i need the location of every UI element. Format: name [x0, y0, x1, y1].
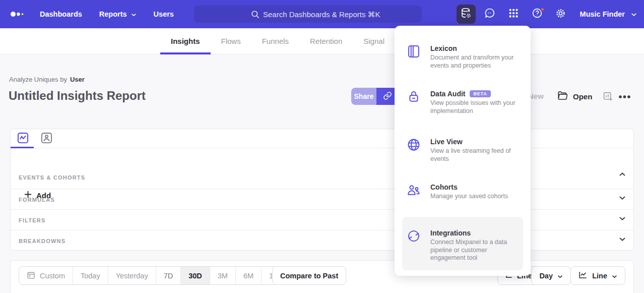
- interval-dropdown-button[interactable]: Day: [531, 266, 571, 285]
- more-options-button[interactable]: [618, 88, 631, 105]
- nav-dashboards[interactable]: Dashboards: [40, 10, 82, 18]
- menu-item-title: Live View: [430, 138, 463, 146]
- chevron-down-icon: [612, 272, 617, 280]
- notification-dot: [540, 7, 545, 12]
- menu-item-integrations[interactable]: Integrations Connect Mixpanel to a data …: [407, 228, 522, 262]
- range-label: Today: [81, 272, 100, 280]
- share-button-group: Share: [351, 88, 399, 105]
- search-input[interactable]: [194, 6, 422, 23]
- global-topbar: Dashboards Reports Users: [0, 0, 644, 28]
- section-events-cohorts: EVENTS & COHORTS: [19, 174, 85, 181]
- range-7d[interactable]: 7D: [156, 267, 181, 284]
- active-tab-underline: [11, 147, 34, 148]
- range-label: Custom: [40, 272, 65, 280]
- chart-toolbar-panel: Custom Today Yesterday 7D 30D 3M 6M 12M …: [10, 260, 634, 293]
- messages-button[interactable]: [480, 5, 499, 24]
- section-formulas[interactable]: FORMULAS: [11, 189, 633, 209]
- range-label: 3M: [218, 272, 228, 280]
- eyebrow-prefix: Analyze Uniques by: [9, 76, 67, 83]
- line-chart-icon: [578, 270, 588, 281]
- tab-funnels[interactable]: Funnels: [251, 28, 299, 54]
- grid-icon: [508, 8, 519, 21]
- menu-item-title: Data Audit: [430, 90, 465, 98]
- page-title[interactable]: Untitled Insights Report: [9, 89, 146, 103]
- range-label: 30D: [188, 272, 202, 280]
- range-6m[interactable]: 6M: [235, 267, 261, 284]
- range-30d-active[interactable]: 30D: [180, 267, 210, 284]
- menu-item-description: Document and transform your events and p…: [430, 54, 519, 70]
- menu-item-cohorts[interactable]: Cohorts Manage your saved cohorts: [407, 183, 522, 201]
- tab-signal[interactable]: Signal: [353, 28, 395, 54]
- range-3m[interactable]: 3M: [210, 267, 235, 284]
- range-custom[interactable]: Custom: [19, 267, 73, 284]
- tab-profiles-mode[interactable]: [40, 132, 53, 145]
- menu-item-description: Connect Mixpanel to a data pipeline or c…: [430, 239, 519, 262]
- data-management-button[interactable]: [457, 5, 476, 24]
- open-report-button[interactable]: Open: [557, 88, 592, 105]
- apps-grid-button[interactable]: [504, 5, 523, 24]
- menu-item-title: Lexicon: [430, 44, 457, 52]
- chevron-down-icon[interactable]: [619, 196, 626, 200]
- section-breakdowns[interactable]: BREAKDOWNS: [11, 230, 633, 251]
- topbar-actions: Music Finder: [457, 0, 637, 28]
- share-button[interactable]: Share: [351, 88, 376, 105]
- tab-flows[interactable]: Flows: [211, 28, 251, 54]
- interval-label: Day: [539, 272, 553, 280]
- chevron-down-icon[interactable]: [619, 216, 626, 221]
- chart-type-dropdown-button[interactable]: Line: [570, 266, 625, 285]
- range-yesterday[interactable]: Yesterday: [108, 267, 156, 284]
- chevron-down-icon[interactable]: [619, 237, 626, 242]
- chevron-down-icon: [131, 10, 137, 18]
- section-filters[interactable]: FILTERS: [11, 209, 633, 230]
- primary-nav: Dashboards Reports Users: [40, 0, 174, 28]
- globe-icon: [407, 138, 421, 152]
- query-builder-panel: EVENTS & COHORTS Add FORMULAS FILTERS BR…: [10, 129, 634, 251]
- cohorts-people-icon: [407, 183, 421, 197]
- menu-item-title: Cohorts: [430, 183, 458, 191]
- eyebrow-value[interactable]: User: [70, 76, 85, 83]
- add-to-dashboard-icon[interactable]: [603, 91, 613, 104]
- nav-label: Users: [154, 10, 174, 18]
- menu-item-description: Manage your saved cohorts: [430, 193, 519, 201]
- lock-icon: [407, 90, 421, 104]
- chevron-down-icon: [631, 10, 637, 18]
- compare-to-past-button[interactable]: Compare to Past: [272, 266, 346, 285]
- builder-mode-tabs: [11, 129, 633, 148]
- global-search[interactable]: [194, 6, 422, 23]
- mixpanel-app: EVENTS & COHORTS Add FORMULAS FILTERS BR…: [0, 0, 644, 293]
- tab-events-mode[interactable]: [16, 132, 29, 145]
- range-today[interactable]: Today: [73, 267, 108, 284]
- nav-reports[interactable]: Reports: [99, 10, 137, 18]
- sync-arrows-icon: [407, 229, 421, 243]
- filters-label: FILTERS: [19, 217, 45, 223]
- chart-type-label: Line: [592, 272, 607, 280]
- compare-label: Compare to Past: [280, 272, 338, 280]
- range-label: 6M: [243, 272, 253, 280]
- menu-item-description: View a live streaming feed of events: [430, 147, 519, 163]
- range-label: Yesterday: [116, 272, 148, 280]
- chevron-up-icon[interactable]: [619, 172, 626, 177]
- mixpanel-logo[interactable]: [10, 11, 27, 18]
- project-name: Music Finder: [580, 10, 625, 18]
- help-button[interactable]: [528, 5, 547, 24]
- link-icon: [383, 91, 392, 102]
- chevron-down-icon: [557, 272, 563, 280]
- settings-button[interactable]: [551, 5, 570, 24]
- menu-item-data-audit[interactable]: Data AuditBETA View possible issues with…: [407, 89, 522, 115]
- menu-item-live-view[interactable]: Live View View a live streaming feed of …: [407, 137, 522, 163]
- tab-retention[interactable]: Retention: [299, 28, 353, 54]
- data-management-menu: Lexicon Document and transform your even…: [395, 26, 531, 276]
- lexicon-book-icon: [407, 44, 421, 58]
- formulas-label: FORMULAS: [19, 197, 55, 203]
- project-switcher[interactable]: Music Finder: [580, 10, 637, 18]
- menu-item-description: View possible issues with your implement…: [430, 99, 519, 115]
- menu-item-lexicon[interactable]: Lexicon Document and transform your even…: [407, 44, 522, 70]
- tab-insights[interactable]: Insights: [160, 28, 211, 54]
- nav-users[interactable]: Users: [154, 10, 174, 18]
- insights-chart-icon: [17, 132, 29, 146]
- report-tabbar: Insights Flows Funnels Retention Signal …: [0, 28, 644, 54]
- database-gear-icon: [460, 7, 472, 21]
- range-label: 7D: [164, 272, 173, 280]
- gear-icon: [555, 8, 566, 21]
- speech-bubble-icon: [484, 7, 496, 21]
